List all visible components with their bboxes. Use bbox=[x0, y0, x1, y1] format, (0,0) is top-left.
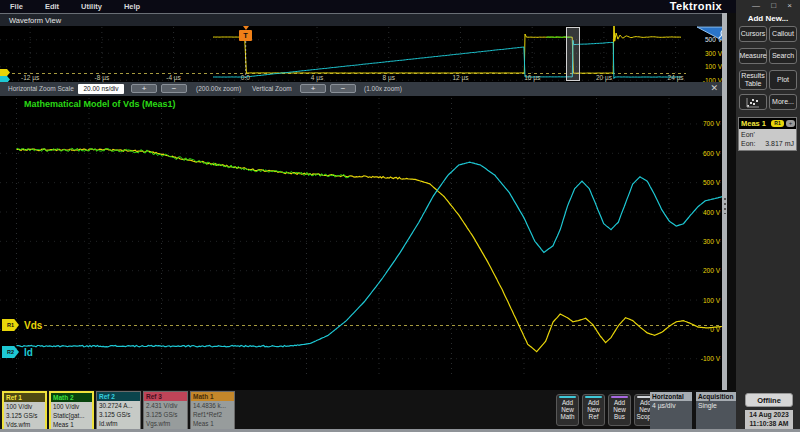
trace-vds bbox=[213, 26, 681, 73]
minimize-icon[interactable]: — bbox=[752, 1, 760, 10]
vds-trace-label: Vds bbox=[24, 320, 42, 331]
badge-details: 100 V/div3.125 GS/sVds.wfm bbox=[4, 402, 45, 431]
main-time-axis bbox=[0, 376, 736, 390]
v-zoom-minus-button[interactable]: − bbox=[330, 84, 356, 93]
acquisition-panel-title: Acquisition bbox=[696, 392, 736, 401]
menu-bar: FileEditUtilityHelp Tektronix bbox=[0, 0, 736, 13]
meas1-body: Eon'Eon:3.817 mJ bbox=[739, 129, 796, 150]
h-zoom-factor: (200.00x zoom) bbox=[196, 85, 241, 92]
add-new-header: Add New... bbox=[736, 14, 800, 23]
badge-ref3[interactable]: Ref 32.431 V/div3.125 GS/sVgs.wfm bbox=[143, 391, 188, 429]
badge-details: 100 V/divStatic[gat...Meas 1 bbox=[51, 402, 92, 431]
add-new-math-button[interactable]: AddNewMath bbox=[556, 394, 579, 426]
oscilloscope-app: FileEditUtilityHelp Tektronix Waveform V… bbox=[0, 0, 800, 432]
badge-title: Ref 1 bbox=[4, 393, 45, 402]
bottom-bar: Ref 1100 V/div3.125 GS/sVds.wfmMath 2100… bbox=[0, 390, 736, 430]
channel-color-stripe bbox=[611, 396, 628, 398]
plot-button[interactable]: Plot bbox=[769, 70, 797, 90]
id-trace-label: Id bbox=[24, 347, 33, 358]
main-waveform-plot bbox=[0, 96, 722, 376]
horizontal-panel[interactable]: Horizontal 4 µs/div bbox=[650, 392, 692, 428]
meas-result-row: Eon' bbox=[741, 130, 794, 139]
offline-button[interactable]: Offline bbox=[745, 393, 793, 407]
badge-details: 14.4836 k...Ref1*Ref2Meas 1 bbox=[191, 401, 234, 430]
callout-button[interactable]: Callout bbox=[769, 26, 797, 42]
search-button[interactable]: Search bbox=[769, 48, 797, 64]
badge-title: Ref 2 bbox=[97, 392, 140, 401]
more-button[interactable]: More... bbox=[769, 94, 797, 110]
meas1-source-badge: R1 bbox=[771, 120, 784, 127]
v-zoom-label: Vertical Zoom bbox=[252, 85, 292, 92]
menu-file[interactable]: File bbox=[10, 2, 23, 11]
horizontal-scale-value: 4 µs/div bbox=[650, 401, 692, 429]
h-zoom-plus-button[interactable]: + bbox=[131, 84, 157, 93]
menu-utility[interactable]: Utility bbox=[81, 2, 102, 11]
badge-details: 30.2724 A...3.125 GS/sId.wfm bbox=[97, 401, 140, 430]
acquisition-mode-value: Single bbox=[696, 401, 736, 429]
meas1-header: Meas 1 R1 + bbox=[739, 118, 796, 129]
trigger-marker[interactable]: T bbox=[239, 30, 252, 41]
time-text: 11:10:38 AM bbox=[745, 420, 793, 429]
cursors-button[interactable]: Cursors bbox=[739, 26, 767, 42]
zoom-view-close-icon[interactable]: ✕ bbox=[710, 83, 718, 93]
horizontal-panel-title: Horizontal bbox=[650, 392, 692, 401]
acquisition-panel[interactable]: Acquisition Single bbox=[696, 392, 736, 428]
trace-id bbox=[17, 162, 722, 347]
channel-color-stripe bbox=[585, 396, 602, 398]
meas1-results-panel[interactable]: Meas 1 R1 + Eon'Eon:3.817 mJ bbox=[738, 117, 797, 151]
h-zoom-minus-button[interactable]: − bbox=[161, 84, 187, 93]
overview-waveform-plot bbox=[0, 26, 722, 82]
results-table-button[interactable]: Results Table bbox=[739, 70, 767, 90]
badge-math2[interactable]: Math 2100 V/divStatic[gat...Meas 1 bbox=[49, 391, 94, 429]
h-zoom-scale-value[interactable]: 20.00 ns/div bbox=[78, 84, 124, 94]
restore-icon[interactable]: □ bbox=[771, 1, 776, 10]
divider-drag-handle-icon[interactable] bbox=[724, 198, 726, 214]
date-text: 14 Aug 2023 bbox=[745, 411, 793, 420]
zoom-scale-bar: Horizontal Zoom Scale 20.00 ns/div + − (… bbox=[0, 82, 722, 96]
v-zoom-factor: (1.00x zoom) bbox=[364, 85, 402, 92]
math-model-title: Mathematical Model of Vds (Meas1) bbox=[24, 99, 176, 109]
trace-vds bbox=[17, 149, 722, 352]
badge-title: Math 2 bbox=[51, 393, 92, 402]
close-icon[interactable]: × bbox=[787, 1, 792, 10]
menu-edit[interactable]: Edit bbox=[45, 2, 59, 11]
measure-button[interactable]: Measure bbox=[739, 48, 767, 64]
badge-details: 2.431 V/div3.125 GS/sVgs.wfm bbox=[144, 401, 187, 430]
tab-waveform-view[interactable]: Waveform View bbox=[9, 16, 61, 25]
v-zoom-plus-button[interactable]: + bbox=[300, 84, 326, 93]
meas1-title: Meas 1 bbox=[741, 119, 766, 128]
tab-strip: Waveform View bbox=[0, 13, 736, 26]
scatter-plot-icon bbox=[746, 97, 760, 108]
meas-result-row: Eon:3.817 mJ bbox=[741, 139, 794, 148]
menu-help[interactable]: Help bbox=[124, 2, 140, 11]
divider-gap bbox=[727, 13, 736, 390]
add-new-ref-button[interactable]: AddNewRef bbox=[582, 394, 605, 426]
badge-ref2[interactable]: Ref 230.2724 A...3.125 GS/sId.wfm bbox=[96, 391, 141, 429]
badge-math1[interactable]: Math 114.4836 k...Ref1*Ref2Meas 1 bbox=[190, 391, 235, 429]
datetime-display: 14 Aug 2023 11:10:38 AM bbox=[745, 410, 793, 429]
tektronix-logo: Tektronix bbox=[670, 0, 722, 12]
zoom-selection-box[interactable] bbox=[566, 27, 580, 81]
badge-ref1[interactable]: Ref 1100 V/div3.125 GS/sVds.wfm bbox=[2, 391, 47, 429]
badge-title: Math 1 bbox=[191, 392, 234, 401]
meas1-expand-icon[interactable]: + bbox=[786, 120, 795, 127]
badge-title: Ref 3 bbox=[144, 392, 187, 401]
h-zoom-scale-label: Horizontal Zoom Scale bbox=[8, 85, 74, 92]
right-sidebar: — □ × Add New... CursorsCalloutMeasureSe… bbox=[736, 0, 800, 432]
plot-dots-icon-button[interactable] bbox=[739, 94, 767, 110]
channel-color-stripe bbox=[559, 396, 576, 398]
menu-items: FileEditUtilityHelp bbox=[0, 2, 140, 11]
add-new-bus-button[interactable]: AddNewBus bbox=[608, 394, 631, 426]
